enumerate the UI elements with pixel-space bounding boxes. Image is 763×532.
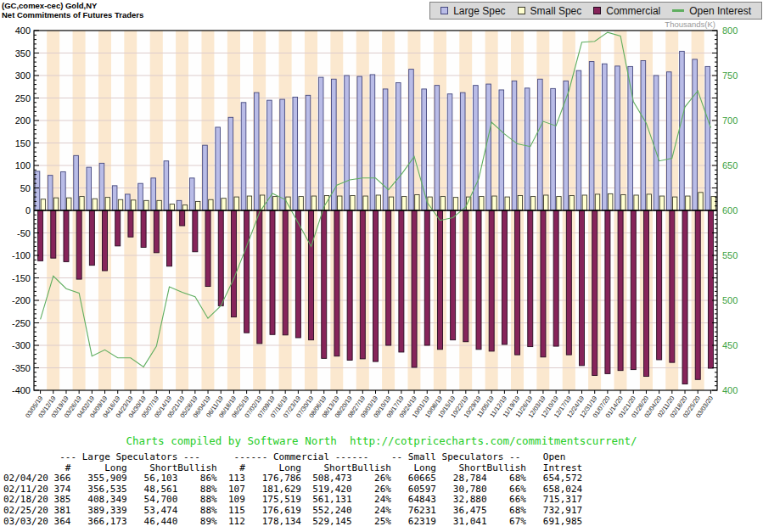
bar-small-spec <box>415 194 419 210</box>
bar-commercial <box>270 210 275 334</box>
bar-small-spec <box>609 193 613 210</box>
bar-large-spec <box>603 64 608 210</box>
bar-commercial <box>334 210 339 356</box>
bar-small-spec <box>93 199 97 210</box>
bar-small-spec <box>53 198 58 210</box>
bar-small-spec <box>182 205 187 210</box>
bar-large-spec <box>474 86 479 210</box>
bar-large-spec <box>654 76 659 210</box>
bar-commercial <box>309 210 314 340</box>
svg-text:400: 400 <box>722 385 738 395</box>
bar-commercial <box>51 210 56 258</box>
bar-commercial <box>360 210 365 359</box>
bar-large-spec <box>383 89 388 210</box>
bar-small-spec <box>659 196 664 210</box>
table-row: 02/25/20 381 389,339 53,474 88% 115 176,… <box>3 506 582 517</box>
bar-small-spec <box>711 197 715 210</box>
bar-small-spec <box>67 198 71 210</box>
attribution-link[interactable]: http://cotpricecharts.com/commitmentscur… <box>350 434 637 447</box>
cot-table: --- Large Speculators --- ------ Commerc… <box>3 452 582 527</box>
bar-commercial <box>489 210 494 351</box>
svg-text:-400: -400 <box>12 385 31 395</box>
svg-text:800: 800 <box>722 25 738 36</box>
bar-commercial <box>76 210 81 279</box>
bar-commercial <box>451 210 456 340</box>
bar-large-spec <box>74 155 79 210</box>
svg-text:750: 750 <box>722 70 738 81</box>
bar-small-spec <box>518 196 522 210</box>
bar-commercial <box>618 210 623 371</box>
bar-small-spec <box>401 197 406 210</box>
bar-large-spec <box>447 94 452 210</box>
bar-large-spec <box>409 70 414 210</box>
bar-commercial <box>643 210 648 377</box>
bar-small-spec <box>273 197 278 210</box>
bar-large-spec <box>164 161 169 210</box>
bar-commercial <box>283 210 288 335</box>
bar-commercial <box>231 210 236 317</box>
svg-text:-50: -50 <box>17 228 31 238</box>
bar-commercial <box>257 210 262 344</box>
bar-large-spec <box>112 186 117 210</box>
bar-commercial <box>38 210 43 260</box>
bar-large-spec <box>254 92 259 210</box>
bar-small-spec <box>170 204 174 210</box>
svg-text:350: 350 <box>15 48 31 59</box>
bar-large-spec <box>705 66 710 210</box>
bar-large-spec <box>357 76 362 210</box>
bar-commercial <box>141 210 146 247</box>
svg-text:600: 600 <box>722 205 738 216</box>
svg-text:250: 250 <box>15 93 31 104</box>
bar-commercial <box>218 210 223 305</box>
bar-small-spec <box>41 199 45 210</box>
bar-large-spec <box>189 178 194 210</box>
bar-large-spec <box>641 61 646 210</box>
bar-small-spec <box>209 199 213 210</box>
attribution-text: Charts compiled by Software North <box>126 434 336 447</box>
bar-large-spec <box>216 127 221 210</box>
bar-commercial <box>670 210 675 362</box>
bar-commercial <box>154 210 159 253</box>
legend-item-commercial: Commercial <box>593 5 660 17</box>
svg-text:550: 550 <box>722 250 738 260</box>
small-spec-swatch-icon <box>518 7 525 14</box>
bar-small-spec <box>105 198 109 210</box>
svg-text:700: 700 <box>722 115 738 126</box>
bar-small-spec <box>595 194 599 210</box>
bar-small-spec <box>157 200 161 210</box>
bar-small-spec <box>582 195 586 210</box>
bar-small-spec <box>453 198 457 210</box>
bar-commercial <box>657 210 662 360</box>
bar-large-spec <box>499 90 504 210</box>
svg-text:400: 400 <box>15 25 31 36</box>
bar-large-spec <box>693 59 698 210</box>
bar-large-spec <box>280 99 285 210</box>
bar-commercial <box>399 210 404 352</box>
bar-small-spec <box>530 197 535 210</box>
bar-commercial <box>386 210 391 345</box>
legend-item-small-spec: Small Spec <box>518 5 582 17</box>
bar-large-spec <box>293 97 298 210</box>
bar-small-spec <box>492 196 497 210</box>
bar-commercial <box>631 210 636 370</box>
bar-large-spec <box>87 167 92 210</box>
x-axis-labels: 03/05/1903/12/1903/19/1903/26/1904/02/19… <box>24 395 715 419</box>
bar-small-spec <box>132 200 136 210</box>
left-axis-labels: 400350300250200150100500-50-100-150-200-… <box>12 25 31 395</box>
bar-large-spec <box>138 183 143 210</box>
bar-small-spec <box>569 196 574 210</box>
bar-commercial <box>244 210 250 333</box>
bar-commercial <box>424 210 429 345</box>
bar-commercial <box>322 210 327 358</box>
svg-text:-200: -200 <box>12 295 31 305</box>
legend: Large SpecSmall SpecCommercialOpen Inter… <box>429 2 762 20</box>
bar-large-spec <box>318 77 323 210</box>
bar-small-spec <box>338 196 342 210</box>
bar-large-spec <box>680 51 685 210</box>
bar-small-spec <box>621 194 626 210</box>
bar-commercial <box>437 210 442 350</box>
bar-large-spec <box>666 72 671 210</box>
bar-commercial <box>580 210 585 366</box>
svg-text:300: 300 <box>15 70 31 81</box>
bar-commercial <box>89 210 94 266</box>
